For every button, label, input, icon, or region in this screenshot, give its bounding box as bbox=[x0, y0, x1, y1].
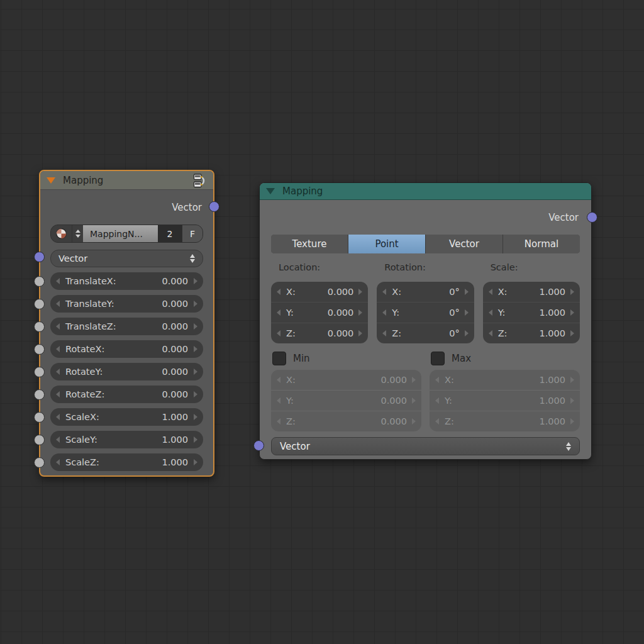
increment-arrow-icon[interactable] bbox=[570, 309, 574, 316]
node-title: Mapping bbox=[282, 186, 323, 197]
number-field-translatez[interactable]: TranslateZ: 0.000 bbox=[50, 318, 203, 335]
fake-user-button[interactable]: F bbox=[182, 225, 203, 242]
mapping-type-tabs: Texture Point Vector Normal bbox=[271, 235, 580, 253]
vector-output-socket[interactable] bbox=[209, 201, 219, 212]
rotatey-input-socket[interactable] bbox=[34, 367, 45, 377]
rotatez-input-socket[interactable] bbox=[34, 389, 45, 400]
axis-label: X: bbox=[280, 287, 296, 297]
mapping-node[interactable]: Mapping Vector Texture Point Vector Norm… bbox=[259, 182, 592, 460]
vector-output-socket[interactable] bbox=[587, 212, 597, 223]
rotatex-input-socket[interactable] bbox=[34, 344, 45, 355]
number-field-scalez[interactable]: ScaleZ: 1.000 bbox=[50, 453, 203, 471]
increment-arrow-icon bbox=[570, 377, 574, 383]
location-y-field[interactable]: Y: 0.000 bbox=[271, 302, 368, 323]
axis-label: Z: bbox=[386, 328, 401, 338]
translatey-input-socket[interactable] bbox=[34, 299, 45, 309]
increment-arrow-icon[interactable] bbox=[570, 330, 574, 336]
min-y-field: Y: 0.000 bbox=[271, 390, 421, 411]
increment-arrow-icon[interactable] bbox=[358, 309, 362, 316]
rotation-x-field[interactable]: X: 0° bbox=[377, 282, 474, 302]
location-xyz-group: X: 0.000 Y: 0.000 Z: 0.000 bbox=[271, 282, 368, 343]
number-field-translatex[interactable]: TranslateX: 0.000 bbox=[50, 272, 203, 290]
node-header[interactable]: Mapping bbox=[260, 183, 591, 200]
datablock-name-field[interactable]: MappingN... bbox=[83, 225, 158, 242]
field-label: RotateZ: bbox=[60, 389, 162, 399]
increment-arrow-icon[interactable] bbox=[465, 330, 469, 336]
number-field-rotatey[interactable]: RotateY: 0.000 bbox=[50, 363, 203, 380]
scale-y-field[interactable]: Y: 1.000 bbox=[483, 302, 580, 323]
scaley-input-socket[interactable] bbox=[34, 435, 45, 445]
scale-z-field[interactable]: Z: 1.000 bbox=[483, 323, 580, 343]
increment-arrow-icon bbox=[570, 418, 574, 425]
increment-arrow-icon[interactable] bbox=[194, 436, 197, 443]
increment-arrow-icon[interactable] bbox=[194, 278, 197, 284]
rotation-y-field[interactable]: Y: 0° bbox=[377, 302, 474, 323]
number-field-scaley[interactable]: ScaleY: 1.000 bbox=[50, 431, 203, 448]
field-value: 0° bbox=[399, 308, 465, 318]
axis-label: X: bbox=[492, 287, 508, 297]
field-value: 0.000 bbox=[296, 416, 412, 426]
datablock-browse-stepper[interactable] bbox=[72, 225, 83, 242]
number-field-scalex[interactable]: ScaleX: 1.000 bbox=[50, 408, 203, 426]
min-checkbox[interactable] bbox=[272, 352, 286, 365]
field-value: 0.000 bbox=[162, 367, 194, 377]
node-header[interactable]: Mapping bbox=[40, 171, 213, 190]
mapping-node-selected[interactable]: Mapping Vector bbox=[39, 170, 214, 477]
vector-input-dropdown[interactable]: Vector bbox=[271, 437, 580, 455]
min-xyz-group: X: 0.000 Y: 0.000 Z: 0.000 bbox=[271, 370, 421, 431]
field-label: TranslateY: bbox=[60, 299, 162, 309]
translatex-input-socket[interactable] bbox=[34, 276, 45, 287]
scale-label: Scale: bbox=[483, 262, 580, 272]
number-field-rotatez[interactable]: RotateZ: 0.000 bbox=[50, 386, 203, 403]
field-value: 0.000 bbox=[294, 308, 359, 318]
datablock-users-count[interactable]: 2 bbox=[158, 225, 182, 242]
axis-label: Y: bbox=[386, 308, 399, 318]
vector-input-socket[interactable] bbox=[253, 440, 264, 451]
vector-input-dropdown[interactable]: Vector bbox=[50, 250, 203, 267]
rotation-label: Rotation: bbox=[377, 262, 474, 272]
increment-arrow-icon[interactable] bbox=[194, 369, 197, 375]
material-sphere-icon[interactable] bbox=[51, 225, 72, 242]
datablock-selector[interactable]: MappingN... 2 F bbox=[50, 225, 203, 243]
field-label: RotateY: bbox=[60, 367, 162, 377]
increment-arrow-icon[interactable] bbox=[465, 309, 469, 316]
tab-point[interactable]: Point bbox=[348, 235, 425, 253]
tab-normal[interactable]: Normal bbox=[502, 235, 580, 253]
increment-arrow-icon[interactable] bbox=[194, 301, 197, 307]
increment-arrow-icon[interactable] bbox=[194, 414, 197, 420]
location-z-field[interactable]: Z: 0.000 bbox=[271, 323, 368, 343]
axis-label: X: bbox=[439, 375, 454, 385]
translatez-input-socket[interactable] bbox=[34, 321, 45, 332]
increment-arrow-icon[interactable] bbox=[570, 289, 574, 295]
increment-arrow-icon[interactable] bbox=[194, 346, 197, 352]
max-checkbox[interactable] bbox=[431, 352, 445, 365]
field-value: 0° bbox=[401, 328, 465, 338]
vector-input-socket[interactable] bbox=[34, 252, 45, 262]
increment-arrow-icon[interactable] bbox=[358, 289, 362, 295]
axis-label: Z: bbox=[280, 328, 296, 338]
scale-x-field[interactable]: X: 1.000 bbox=[483, 282, 580, 302]
min-label: Min bbox=[293, 353, 310, 364]
axis-label: Y: bbox=[439, 396, 452, 406]
increment-arrow-icon[interactable] bbox=[194, 391, 197, 397]
collapse-triangle-icon[interactable] bbox=[47, 177, 55, 184]
number-field-translatey[interactable]: TranslateY: 0.000 bbox=[50, 295, 203, 313]
tab-texture[interactable]: Texture bbox=[271, 235, 348, 253]
increment-arrow-icon[interactable] bbox=[194, 459, 197, 465]
rotation-z-field[interactable]: Z: 0° bbox=[377, 323, 474, 343]
location-x-field[interactable]: X: 0.000 bbox=[271, 282, 368, 302]
tab-vector[interactable]: Vector bbox=[425, 235, 502, 253]
increment-arrow-icon[interactable] bbox=[194, 323, 197, 330]
scalex-input-socket[interactable] bbox=[34, 412, 45, 423]
step-down-icon bbox=[75, 235, 80, 238]
increment-arrow-icon bbox=[412, 418, 416, 425]
number-field-rotatex[interactable]: RotateX: 0.000 bbox=[50, 340, 203, 358]
scalez-input-socket[interactable] bbox=[34, 457, 45, 468]
field-label: ScaleX: bbox=[60, 412, 162, 422]
increment-arrow-icon[interactable] bbox=[358, 330, 362, 336]
increment-arrow-icon[interactable] bbox=[465, 289, 469, 295]
field-value: 1.000 bbox=[162, 435, 194, 445]
rotation-xyz-group: X: 0° Y: 0° Z: 0° bbox=[377, 282, 474, 343]
axis-label: Z: bbox=[492, 328, 508, 338]
collapse-triangle-icon[interactable] bbox=[266, 188, 275, 194]
